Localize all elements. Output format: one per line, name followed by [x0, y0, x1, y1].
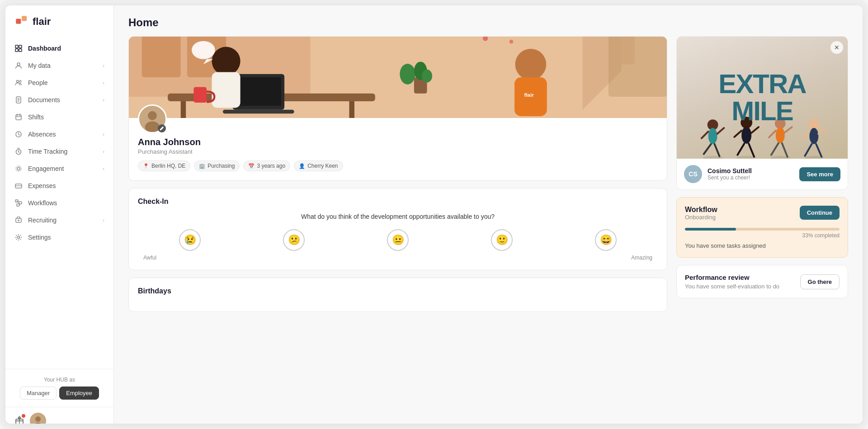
profile-tag-location: 📍 Berlin HQ, DE: [138, 160, 190, 171]
my-data-icon: [14, 61, 23, 70]
sidebar-label-time-tracking: Time Tracking: [28, 148, 67, 155]
sidebar-label-engagement: Engagement: [28, 165, 64, 172]
time-tracking-icon: [14, 147, 23, 156]
svg-text:flair: flair: [524, 92, 534, 98]
sidebar-item-settings[interactable]: Settings: [5, 229, 113, 246]
progress-bar-fill: [685, 228, 736, 231]
svg-point-91: [809, 128, 818, 144]
svg-rect-28: [17, 204, 19, 206]
sidebar-item-people[interactable]: People ›: [5, 74, 113, 91]
emoji-face-good[interactable]: 🙂: [491, 229, 513, 251]
documents-icon: [14, 96, 23, 104]
workflows-icon: [14, 199, 23, 207]
svg-point-6: [17, 63, 20, 66]
gift-icon-wrap[interactable]: [14, 415, 24, 424]
logo[interactable]: flair: [5, 5, 113, 36]
left-column: flair: [128, 36, 667, 413]
emoji-amazing[interactable]: 😄: [595, 229, 617, 251]
svg-line-77: [715, 144, 720, 156]
right-column: EXTRA MILE: [676, 36, 848, 413]
emoji-label-right: Amazing: [631, 255, 652, 261]
sidebar-item-documents[interactable]: Documents ›: [5, 91, 113, 108]
workflow-subtitle: Onboarding: [685, 214, 717, 221]
profile-name: Anna Johnson: [138, 137, 658, 147]
emoji-face-bad[interactable]: 😕: [283, 229, 305, 251]
progress-pct: 33% completed: [685, 232, 840, 239]
svg-line-95: [816, 144, 821, 157]
progress-bar-wrap: 33% completed: [685, 228, 840, 239]
progress-bar-track: [685, 228, 840, 231]
engagement-chevron: ›: [103, 166, 104, 171]
svg-rect-52: [212, 72, 241, 108]
workflow-title-wrap: Workflow Onboarding: [685, 206, 717, 226]
profile-tags: 📍 Berlin HQ, DE 🏢 Purchasing 📅 3 years: [138, 160, 658, 171]
extra-mile-text: EXTRA MILE: [718, 71, 806, 125]
sidebar-item-my-data[interactable]: My data ›: [5, 57, 113, 74]
svg-point-60: [515, 49, 547, 80]
cheer-close-button[interactable]: ✕: [830, 41, 843, 54]
sidebar-label-documents: Documents: [28, 96, 60, 104]
birthday-title: Birthdays: [138, 287, 658, 295]
sidebar-label-expenses: Expenses: [28, 182, 56, 189]
my-data-chevron: ›: [103, 63, 104, 68]
sidebar-label-dashboard: Dashboard: [28, 45, 61, 52]
profile-avatar-wrap: [138, 104, 167, 133]
see-more-button[interactable]: See more: [799, 167, 840, 181]
workflow-title: Workflow: [685, 206, 717, 214]
svg-rect-46: [181, 101, 186, 118]
emoji-awful[interactable]: 😢: [179, 229, 201, 251]
svg-line-20: [19, 152, 19, 152]
sidebar-label-my-data: My data: [28, 62, 51, 69]
performance-info: Performance review You have some self-ev…: [685, 273, 779, 290]
continue-button[interactable]: Continue: [800, 206, 840, 220]
emoji-bad[interactable]: 😕: [283, 229, 305, 251]
person-icon: 👤: [299, 163, 305, 169]
sidebar-nav: Dashboard My data ›: [5, 36, 113, 369]
sidebar-item-shifts[interactable]: Shifts: [5, 108, 113, 126]
cheer-sender-name: Cosimo Suttell: [708, 167, 794, 174]
sidebar-label-absences: Absences: [28, 131, 56, 138]
sidebar-item-dashboard[interactable]: Dashboard: [5, 40, 113, 57]
settings-icon: [14, 233, 23, 241]
building-icon: 🏢: [199, 163, 205, 169]
sidebar-item-recruiting[interactable]: Recruiting ›: [5, 212, 113, 229]
svg-point-79: [741, 127, 751, 144]
emoji-good[interactable]: 🙂: [491, 229, 513, 251]
workflow-tasks: You have some tasks assigned: [685, 242, 840, 249]
svg-line-81: [751, 127, 759, 133]
profile-info: Anna Johnson Purchasing Assistant 📍 Berl…: [129, 118, 667, 180]
workflow-header: Workflow Onboarding Continue: [685, 206, 840, 226]
emoji-neutral[interactable]: 😐: [387, 229, 409, 251]
hub-label: Your HUB as: [14, 377, 104, 383]
hub-employee-button[interactable]: Employee: [59, 387, 99, 400]
svg-point-39: [35, 416, 41, 422]
calendar-icon: 📅: [248, 163, 255, 169]
emoji-face-amazing[interactable]: 😄: [595, 229, 617, 251]
hub-manager-button[interactable]: Manager: [20, 387, 57, 400]
svg-rect-27: [19, 202, 22, 204]
emoji-face-awful[interactable]: 😢: [179, 229, 201, 251]
avatar-edit-button[interactable]: [158, 124, 166, 132]
svg-line-92: [803, 132, 810, 138]
sidebar-item-engagement[interactable]: Engagement ›: [5, 160, 113, 177]
logo-text: flair: [33, 16, 51, 28]
go-there-button[interactable]: Go there: [800, 274, 840, 289]
sidebar-item-workflows[interactable]: Workflows: [5, 194, 113, 212]
svg-rect-64: [609, 37, 667, 97]
svg-rect-5: [19, 49, 22, 52]
svg-line-89: [782, 143, 788, 157]
user-avatar[interactable]: [30, 413, 46, 424]
svg-rect-55: [193, 87, 207, 103]
svg-rect-13: [16, 115, 21, 120]
emoji-face-neutral[interactable]: 😐: [387, 229, 409, 251]
flair-logo-icon: [14, 14, 29, 29]
workflow-card: Workflow Onboarding Continue 33% complet…: [676, 197, 848, 258]
svg-rect-0: [16, 19, 21, 24]
sidebar-item-expenses[interactable]: Expenses: [5, 177, 113, 194]
people-chevron: ›: [103, 80, 104, 85]
sidebar-item-absences[interactable]: Absences ›: [5, 126, 113, 143]
birthday-card: Birthdays: [128, 278, 667, 312]
sidebar-item-time-tracking[interactable]: Time Tracking ›: [5, 143, 113, 160]
svg-rect-47: [349, 101, 354, 118]
shifts-icon: [14, 113, 23, 121]
